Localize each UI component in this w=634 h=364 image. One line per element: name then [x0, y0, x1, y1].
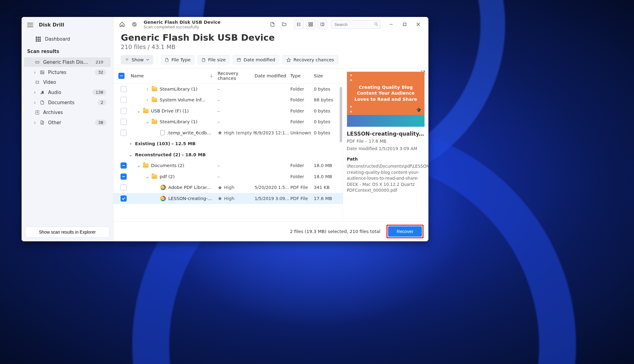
- grid-view-icon[interactable]: [306, 19, 316, 29]
- svg-rect-30: [309, 22, 310, 24]
- date-modified-label: Date modified: [243, 57, 275, 62]
- sidebar-item-label: Audio: [48, 90, 89, 95]
- window-maximize-button[interactable]: [398, 20, 411, 29]
- split-view-icon[interactable]: [317, 19, 327, 29]
- row-checkbox[interactable]: [121, 162, 127, 169]
- sidebar-item-audio[interactable]: ›Audio138: [24, 88, 111, 97]
- image-icon: [39, 70, 45, 75]
- recover-button[interactable]: Recover: [388, 226, 422, 237]
- table-row[interactable]: ›SteamLibrary (1)–Folder0 bytes: [113, 84, 343, 95]
- section-row[interactable]: ⌄Reconstructed (2) - 18.0 MB: [113, 149, 343, 160]
- window-minimize-button[interactable]: [385, 20, 398, 29]
- row-checkbox[interactable]: [121, 130, 127, 136]
- search-input[interactable]: [331, 20, 380, 29]
- expand-icon[interactable]: ⌄: [145, 174, 149, 179]
- cell-type: Unknown: [290, 130, 314, 135]
- file-icon[interactable]: [268, 19, 277, 29]
- col-size[interactable]: Size: [314, 73, 338, 78]
- sidebar-item-documents[interactable]: ›Documents2: [24, 98, 111, 107]
- row-checkbox[interactable]: [121, 86, 127, 92]
- row-checkbox[interactable]: [121, 119, 127, 125]
- cell-type: Folder: [290, 163, 314, 168]
- file-size-filter-button[interactable]: File size: [198, 55, 230, 64]
- svg-point-16: [41, 93, 42, 94]
- file-size-label: File size: [208, 57, 226, 62]
- show-label: Show: [132, 57, 144, 62]
- svg-point-26: [297, 24, 298, 25]
- table-row[interactable]: ⌄Documents (2)–Folder18.0 MB: [113, 160, 343, 171]
- row-checkbox[interactable]: [121, 108, 127, 114]
- date-modified-filter-button[interactable]: Date modified: [233, 55, 279, 64]
- results-table: Name↓ Recovery chances Date modified Typ…: [113, 68, 343, 221]
- preview-title: LESSON-creating-quality...: [347, 131, 425, 137]
- sidebar-item-pictures[interactable]: ›Pictures32: [24, 67, 111, 77]
- col-recovery[interactable]: Recovery chances: [218, 71, 255, 81]
- app-name: Disk Drill: [39, 22, 64, 28]
- show-filter-button[interactable]: Show: [121, 55, 153, 64]
- sidebar-item-generic-flash-disk-usb[interactable]: Generic Flash Disk USB...210: [24, 57, 111, 67]
- col-name[interactable]: Name: [131, 73, 144, 78]
- table-row[interactable]: ⌄pdf (2)–Folder18.0 MB: [113, 171, 343, 182]
- sidebar-item-count: 210: [92, 59, 106, 65]
- expand-icon[interactable]: ⌄: [145, 119, 149, 124]
- svg-marker-54: [218, 186, 222, 190]
- sidebar-item-other[interactable]: ›Other38: [24, 118, 111, 127]
- sidebar: Disk Drill Dashboard Scan results Generi…: [22, 17, 113, 241]
- table-row[interactable]: .temp_write_6cdb...High (empty fi...6/9/…: [113, 127, 343, 138]
- sidebar-item-video[interactable]: Video: [24, 78, 111, 87]
- sidebar-dashboard[interactable]: Dashboard: [22, 33, 113, 45]
- cell-recovery: –: [218, 174, 255, 179]
- sidebar-item-label: Documents: [48, 100, 95, 105]
- cell-size: 17.6 MB: [314, 196, 338, 201]
- scrollbar-thumb[interactable]: [340, 87, 342, 142]
- expand-icon[interactable]: ⌄: [137, 163, 141, 168]
- cell-type: Folder: [290, 97, 314, 102]
- app-window: Disk Drill Dashboard Scan results Generi…: [22, 17, 428, 241]
- table-row[interactable]: Adobe PDF Librar...High5/20/2020 1:57 A.…: [113, 182, 343, 193]
- dashboard-label: Dashboard: [45, 36, 70, 42]
- scan-results-header: Scan results: [22, 45, 113, 57]
- svg-rect-6: [36, 40, 37, 42]
- folder-icon: [152, 87, 157, 91]
- expand-icon[interactable]: ⌄: [137, 108, 141, 113]
- breadcrumb: Generic Flash Disk USB Device Scan compl…: [144, 20, 264, 29]
- expand-icon[interactable]: ⌄: [129, 152, 133, 157]
- row-checkbox[interactable]: [121, 195, 127, 202]
- expand-icon[interactable]: ›: [129, 141, 133, 146]
- folder-icon[interactable]: [279, 19, 289, 29]
- sidebar-item-archives[interactable]: Archives: [24, 108, 111, 117]
- cell-size: 0 bytes: [314, 87, 338, 92]
- row-checkbox[interactable]: [121, 184, 127, 190]
- file-type-filter-button[interactable]: File Type: [161, 55, 194, 64]
- cell-recovery: –: [218, 97, 255, 102]
- home-icon[interactable]: [117, 19, 127, 29]
- sort-down-icon[interactable]: ↓: [210, 73, 213, 78]
- svg-rect-32: [309, 25, 310, 26]
- file-type-label: File Type: [171, 57, 190, 62]
- other-icon: [39, 120, 45, 125]
- list-view-icon[interactable]: [294, 19, 304, 29]
- folder-icon: [152, 120, 157, 124]
- table-row[interactable]: LESSON-creating-...High1/5/2019 3:09 AMP…: [113, 193, 343, 204]
- table-row[interactable]: ⌄SteamLibrary (1)–Folder0 bytes: [113, 117, 343, 128]
- menu-icon[interactable]: [27, 23, 33, 27]
- star-icon: [218, 196, 222, 201]
- row-checkbox[interactable]: [121, 97, 127, 103]
- col-date[interactable]: Date modified: [255, 73, 290, 78]
- select-all-checkbox[interactable]: [118, 73, 125, 79]
- recovery-chances-filter-button[interactable]: Recovery chances: [282, 55, 338, 64]
- table-row[interactable]: ›System Volume Inf...–Folder88 bytes: [113, 95, 343, 106]
- row-checkbox[interactable]: [121, 174, 127, 180]
- expand-icon[interactable]: ›: [145, 87, 149, 92]
- scrollbar[interactable]: [340, 87, 342, 213]
- cell-type: Folder: [290, 174, 314, 179]
- section-row[interactable]: ›Existing (103) - 12.5 MB: [113, 138, 343, 149]
- expand-icon[interactable]: ›: [145, 97, 149, 102]
- sliders-icon: [125, 58, 129, 62]
- device-icon: [35, 60, 40, 64]
- window-close-button[interactable]: [412, 20, 425, 29]
- show-in-explorer-button[interactable]: Show scan results in Explorer: [25, 227, 109, 238]
- selection-status: 2 files (19.3 MB) selected, 210 files to…: [290, 229, 380, 234]
- col-type[interactable]: Type: [290, 73, 314, 78]
- table-row[interactable]: ⌄USB Drive (F) (1)–Folder0 bytes: [113, 105, 343, 117]
